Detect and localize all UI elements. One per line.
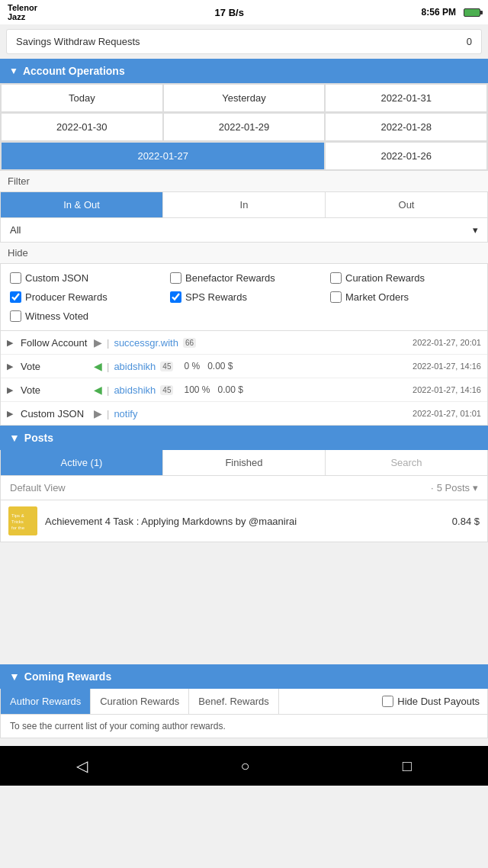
account-ops-header: ▼ Account Operations [0, 59, 488, 83]
date-2022-01-31[interactable]: 2022-01-31 [325, 84, 487, 112]
hide-witness-voted[interactable]: Witness Voted [4, 307, 156, 326]
op-user-vote1[interactable]: abidshikh [114, 361, 156, 372]
post-thumbnail: Tips & Tricks for the [8, 506, 37, 535]
hide-label: Hide [0, 243, 488, 263]
filter-dropdown[interactable]: All ▾ [0, 218, 488, 243]
date-2022-01-30[interactable]: 2022-01-30 [1, 113, 163, 141]
hide-producer-rewards-checkbox[interactable] [10, 291, 21, 303]
svg-text:Tricks: Tricks [11, 519, 24, 524]
op-user-cj[interactable]: notify [114, 408, 137, 420]
date-2022-01-27[interactable]: 2022-01-27 [1, 142, 325, 170]
network-speed: 17 B/s [215, 7, 244, 18]
savings-count: 0 [467, 36, 472, 47]
op-user-vote2[interactable]: abidshikh [114, 384, 156, 396]
home-button[interactable]: ○ [231, 754, 258, 778]
op-direction-icon-v2: ◀ [94, 384, 102, 396]
hide-dust-checkbox[interactable] [382, 696, 393, 707]
op-badge-vote2: 45 [160, 385, 173, 395]
hide-row-2: Producer Rewards SPS Rewards Market Orde… [4, 288, 484, 307]
posts-title: Posts [24, 432, 53, 444]
expand-icon-cj: ▶ [7, 409, 16, 419]
hide-dust-container[interactable]: Hide Dust Payouts [374, 689, 487, 714]
gap-area [0, 542, 488, 664]
op-amt-vote1: 0.00 $ [207, 361, 233, 371]
carrier-label: Telenor Jazz [8, 3, 37, 21]
hide-benefactor-rewards-checkbox[interactable] [170, 272, 181, 284]
op-meta-vote1: 2022-01-27, 14:16 [413, 362, 481, 371]
op-direction-icon-cj: ▶ [94, 407, 102, 420]
rewards-tabs: Author Rewards Curation Rewards Benef. R… [0, 689, 488, 715]
filter-tab-in-out[interactable]: In & Out [1, 192, 163, 217]
date-2022-01-29[interactable]: 2022-01-29 [163, 113, 326, 141]
tab-curation-rewards[interactable]: Curation Rewards [91, 689, 189, 714]
op-badge-follow: 66 [183, 338, 196, 348]
posts-section-header: ▼ Posts [0, 426, 488, 450]
op-vote-1[interactable]: ▶ Vote ◀ | abidshikh 45 0 % 0.00 $ 2022-… [1, 355, 487, 378]
filter-tab-in[interactable]: In [163, 192, 326, 217]
recents-button[interactable]: □ [393, 754, 421, 778]
hide-producer-rewards[interactable]: Producer Rewards [4, 288, 164, 307]
date-2022-01-28[interactable]: 2022-01-28 [325, 113, 487, 141]
post-title-1: Achievement 4 Task : Applying Markdowns … [45, 516, 445, 527]
hide-sps-rewards-label: SPS Rewards [185, 291, 247, 303]
hide-benefactor-rewards[interactable]: Benefactor Rewards [164, 268, 324, 288]
op-follow-account[interactable]: ▶ Follow Account ▶ | successgr.with 66 2… [1, 331, 487, 355]
coming-arrow-icon: ▼ [9, 670, 20, 683]
hide-custom-json-checkbox[interactable] [10, 272, 21, 284]
savings-label: Savings Withdraw Requests [16, 36, 140, 47]
filter-dropdown-label: All [10, 224, 21, 236]
hide-sps-rewards[interactable]: SPS Rewards [164, 288, 324, 307]
coming-rewards-title: Coming Rewards [24, 670, 111, 683]
date-2022-01-26[interactable]: 2022-01-26 [325, 142, 487, 170]
tab-benef-rewards[interactable]: Benef. Rewards [189, 689, 279, 714]
view-row[interactable]: Default View · 5 Posts ▾ [0, 476, 488, 500]
tab-active[interactable]: Active (1) [1, 450, 163, 475]
hide-witness-voted-checkbox[interactable] [10, 310, 21, 322]
expand-icon-v1: ▶ [7, 362, 16, 371]
op-direction-icon-v1: ◀ [94, 360, 102, 372]
date-today[interactable]: Today [1, 84, 163, 112]
filter-tab-out[interactable]: Out [326, 192, 487, 217]
op-pct-vote2: 100 % [184, 384, 210, 395]
op-direction-icon: ▶ [94, 336, 102, 349]
hide-curation-rewards-label: Curation Rewards [345, 272, 425, 284]
posts-dot: · [431, 482, 434, 493]
hide-producer-rewards-label: Producer Rewards [25, 291, 108, 303]
hide-benefactor-rewards-label: Benefactor Rewards [185, 272, 275, 284]
op-type-cj: Custom JSON [21, 408, 89, 420]
view-label: Default View [10, 482, 66, 493]
hide-dust-label: Hide Dust Payouts [397, 696, 480, 707]
op-vote-2[interactable]: ▶ Vote ◀ | abidshikh 45 100 % 0.00 $ 202… [1, 378, 487, 402]
section-arrow-icon: ▼ [9, 66, 18, 76]
tab-finished[interactable]: Finished [163, 450, 326, 475]
op-custom-json[interactable]: ▶ Custom JSON ▶ | notify 2022-01-27, 01:… [1, 402, 487, 425]
hide-market-orders-checkbox[interactable] [330, 291, 342, 303]
tab-search[interactable]: Search [326, 450, 487, 475]
ops-separator-cj: | [107, 408, 109, 420]
view-row-right: · 5 Posts ▾ [431, 482, 478, 493]
date-grid: Today Yesterday 2022-01-31 [0, 83, 488, 113]
posts-arrow-icon: ▼ [9, 432, 20, 444]
status-bar: Telenor Jazz 17 B/s 8:56 PM [0, 0, 488, 24]
hide-checkboxes: Custom JSON Benefactor Rewards Curation … [0, 263, 488, 331]
savings-row: Savings Withdraw Requests 0 [6, 29, 482, 54]
tab-author-rewards[interactable]: Author Rewards [1, 689, 91, 714]
date-grid-row2: 2022-01-30 2022-01-29 2022-01-28 [0, 113, 488, 142]
battery-icon [464, 8, 480, 17]
hide-market-orders[interactable]: Market Orders [324, 288, 484, 307]
hide-custom-json[interactable]: Custom JSON [4, 268, 164, 288]
hide-row-3: Witness Voted [4, 307, 484, 326]
op-type-vote2: Vote [21, 384, 89, 396]
hide-curation-rewards-checkbox[interactable] [330, 272, 342, 284]
hide-sps-rewards-checkbox[interactable] [170, 291, 181, 303]
hide-curation-rewards[interactable]: Curation Rewards [324, 268, 484, 288]
dropdown-arrow-icon: ▾ [473, 224, 478, 236]
op-user-follow[interactable]: successgr.with [114, 337, 178, 349]
op-type-follow: Follow Account [21, 337, 89, 349]
date-yesterday[interactable]: Yesterday [163, 84, 326, 112]
op-meta-follow: 2022-01-27, 20:01 [413, 338, 481, 347]
op-type-vote1: Vote [21, 361, 89, 372]
svg-text:for the: for the [11, 526, 25, 530]
post-item-1[interactable]: Tips & Tricks for the Achievement 4 Task… [0, 500, 488, 542]
back-button[interactable]: ◁ [67, 754, 97, 778]
